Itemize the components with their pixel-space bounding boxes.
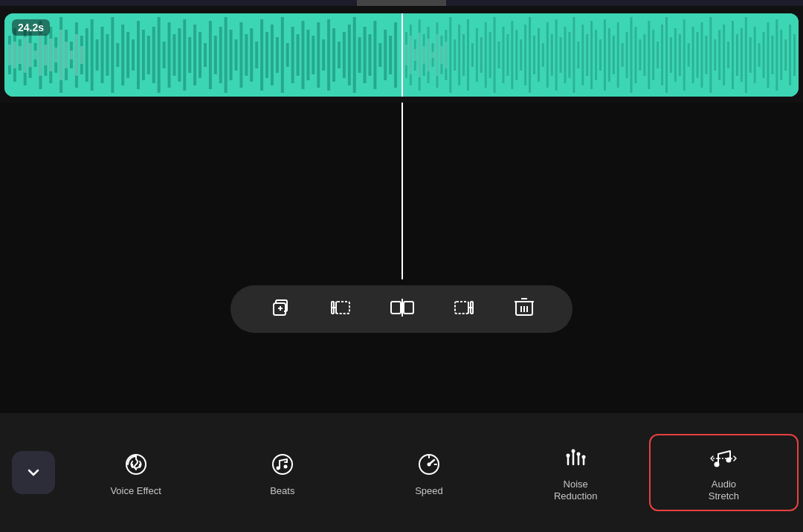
- svg-rect-120: [524, 25, 526, 85]
- svg-rect-136: [595, 30, 597, 80]
- svg-rect-62: [322, 39, 325, 71]
- delete-button[interactable]: [513, 296, 535, 322]
- waveform-right: [402, 13, 799, 97]
- timeline-container: 24.2s: [0, 6, 803, 103]
- voice-effect-label: Voice Effect: [110, 485, 161, 496]
- svg-rect-157: [688, 43, 690, 67]
- svg-rect-91: [80, 46, 83, 64]
- menu-item-audio-stretch[interactable]: AudioStretch: [649, 434, 799, 510]
- svg-rect-21: [111, 17, 114, 93]
- bottom-menu: Voice Effect Beats: [0, 413, 803, 532]
- svg-rect-77: [8, 45, 11, 65]
- svg-rect-161: [705, 36, 707, 74]
- svg-point-226: [572, 450, 575, 453]
- trim-right-button[interactable]: [452, 296, 476, 322]
- svg-rect-108: [471, 43, 474, 67]
- menu-item-voice-effect[interactable]: Voice Effect: [62, 442, 209, 504]
- beats-label: Beats: [270, 485, 294, 496]
- trim-left-icon: [329, 296, 352, 319]
- svg-rect-73: [378, 43, 381, 67]
- svg-rect-88: [65, 42, 68, 68]
- svg-rect-18: [96, 39, 99, 71]
- svg-rect-46: [239, 22, 242, 88]
- svg-point-229: [715, 462, 720, 467]
- svg-rect-32: [168, 22, 171, 88]
- svg-rect-52: [271, 25, 274, 85]
- svg-rect-176: [771, 36, 773, 74]
- svg-line-218: [429, 460, 434, 464]
- menu-item-speed[interactable]: Speed: [355, 442, 502, 504]
- menu-item-beats[interactable]: Beats: [209, 442, 355, 504]
- svg-rect-155: [679, 34, 681, 76]
- svg-rect-56: [291, 27, 294, 83]
- svg-rect-171: [749, 37, 752, 73]
- track-playhead: [402, 13, 403, 97]
- svg-rect-133: [581, 25, 584, 85]
- svg-rect-132: [577, 42, 579, 68]
- audio-track[interactable]: 24.2s: [4, 13, 799, 97]
- audio-stretch-icon: [709, 443, 738, 473]
- svg-rect-179: [784, 39, 787, 71]
- svg-rect-172: [754, 27, 756, 83]
- playhead-line: [402, 103, 403, 279]
- svg-rect-128: [560, 37, 562, 73]
- svg-rect-114: [498, 42, 500, 68]
- svg-rect-118: [515, 30, 517, 80]
- svg-rect-51: [265, 32, 268, 78]
- svg-rect-164: [718, 30, 720, 80]
- svg-rect-48: [250, 28, 253, 82]
- noise-reduction-icon: [561, 443, 590, 473]
- svg-rect-81: [29, 43, 32, 67]
- svg-rect-199: [391, 302, 401, 314]
- svg-point-227: [577, 452, 581, 456]
- svg-rect-41: [214, 36, 217, 74]
- svg-rect-112: [489, 32, 491, 78]
- svg-rect-38: [199, 32, 201, 78]
- svg-rect-70: [364, 27, 367, 83]
- svg-rect-202: [455, 302, 468, 314]
- toolbar: [230, 285, 573, 333]
- svg-rect-141: [617, 22, 619, 88]
- svg-rect-159: [697, 32, 699, 78]
- svg-point-225: [567, 454, 570, 458]
- split-button[interactable]: [390, 296, 415, 322]
- svg-rect-186: [423, 46, 425, 64]
- voice-effect-icon: [121, 450, 151, 479]
- svg-rect-0: [4, 13, 402, 97]
- svg-rect-189: [436, 34, 438, 76]
- svg-rect-167: [732, 21, 734, 89]
- svg-rect-170: [745, 17, 747, 93]
- split-icon: [390, 296, 415, 319]
- svg-rect-103: [449, 17, 451, 93]
- svg-rect-149: [652, 30, 654, 80]
- svg-rect-125: [546, 22, 549, 88]
- svg-rect-146: [639, 39, 641, 71]
- svg-rect-134: [586, 34, 588, 76]
- svg-rect-44: [230, 30, 233, 80]
- svg-rect-49: [255, 42, 258, 68]
- svg-rect-162: [709, 17, 712, 93]
- svg-rect-143: [626, 32, 628, 78]
- svg-rect-80: [24, 37, 27, 73]
- menu-item-noise-reduction[interactable]: NoiseReduction: [503, 435, 649, 509]
- trim-left-button[interactable]: [329, 296, 352, 322]
- svg-rect-54: [281, 17, 284, 93]
- svg-rect-109: [476, 28, 478, 82]
- svg-rect-188: [432, 52, 434, 58]
- svg-rect-169: [741, 28, 743, 82]
- svg-rect-68: [353, 17, 356, 93]
- svg-rect-35: [183, 19, 186, 91]
- svg-rect-152: [665, 17, 668, 93]
- svg-rect-72: [373, 21, 376, 89]
- svg-rect-183: [410, 36, 412, 74]
- copy-button[interactable]: [268, 296, 291, 322]
- svg-rect-200: [404, 302, 413, 314]
- svg-rect-84: [44, 45, 47, 65]
- copy-icon: [268, 296, 291, 319]
- svg-rect-33: [172, 34, 175, 76]
- svg-rect-75: [389, 36, 392, 74]
- svg-rect-40: [209, 21, 212, 89]
- svg-rect-31: [163, 42, 166, 68]
- toolbar-area: [0, 279, 803, 339]
- collapse-button[interactable]: [4, 444, 62, 502]
